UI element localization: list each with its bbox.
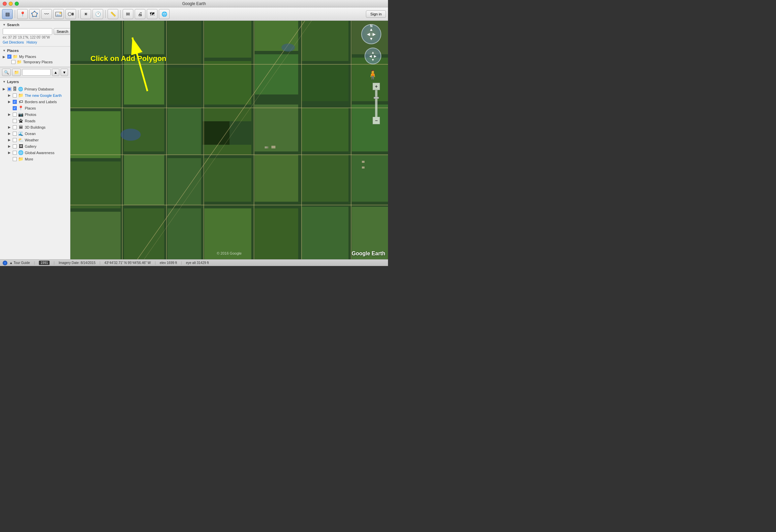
svg-rect-15 [204,21,251,58]
pan-right-icon[interactable]: ▶ [374,54,377,58]
status-sep-2: | [54,261,55,265]
new-ge-expand-icon: ▶ [8,93,11,97]
roads-checkbox[interactable] [13,119,17,123]
roads-layer-item[interactable]: 🛣 Roads [3,118,67,124]
compass-center[interactable]: ⊙ [370,32,373,36]
window-controls[interactable] [3,2,19,6]
google-earth-watermark: Google Earth [352,251,385,257]
sidebar-toggle-button[interactable]: ▤ [2,9,13,19]
weather-layer-item[interactable]: ▶ ⛅ Weather [3,137,67,143]
borders-checkbox[interactable]: ✓ [13,100,17,104]
global-checkbox[interactable] [13,151,17,155]
more-layer-item[interactable]: 📁 More [3,156,67,162]
maximize-button[interactable] [15,2,19,6]
history-link[interactable]: History [26,41,37,44]
search-button[interactable]: Search [54,28,70,35]
pan-control[interactable]: ▲ ◀ ▶ ▼ [365,48,381,64]
new-google-earth-label: The new Google Earth [25,93,62,97]
search-input[interactable] [3,28,52,35]
svg-point-5 [31,13,33,14]
svg-rect-38 [204,158,251,202]
zoom-in-button[interactable]: + [373,83,380,90]
weather-checkbox[interactable] [13,138,17,142]
folder-button[interactable]: 📁 [12,69,21,76]
places-layer-item[interactable]: ✓ 📍 Places [3,105,67,111]
3d-buildings-checkbox[interactable] [13,125,17,129]
gallery-layer-item[interactable]: ▶ 🖼 Gallery [3,143,67,149]
move-up-button[interactable]: ▲ [52,69,59,76]
add-path-button[interactable]: 〰 [41,9,52,19]
places-header[interactable]: ▼ Places [3,49,67,53]
pan-down-icon[interactable]: ▼ [371,58,375,62]
zoom-thumb[interactable] [374,97,379,99]
pan-up-icon[interactable]: ▲ [371,51,375,54]
move-down-button[interactable]: ▼ [61,69,68,76]
record-tour-button[interactable] [65,9,76,19]
photos-layer-item[interactable]: ▶ 📷 Photos [3,111,67,118]
my-places-item[interactable]: ▶ ✓ 📁 My Places [3,54,67,59]
compass-right-arrow[interactable]: ▶ [373,32,376,37]
pan-left-icon[interactable]: ◀ [369,54,372,58]
map-area[interactable]: Click on Add Polygon N ▲ ◀ ⊙ ▶ ▼ ▲ [70,21,388,259]
search-header[interactable]: ▼ Search [3,23,67,27]
new-ge-checkbox[interactable] [13,93,17,97]
add-polygon-button[interactable] [29,9,40,19]
gallery-checkbox[interactable] [13,144,17,148]
get-directions-link[interactable]: Get Directions [3,41,24,44]
close-button[interactable] [3,2,7,6]
ocean-checkbox[interactable] [13,132,17,136]
status-sep-4: | [155,261,156,265]
places-layer-expand-icon [8,106,11,110]
street-view-figure[interactable]: 🧍 [367,69,379,80]
new-google-earth-item[interactable]: ▶ 📁 The new Google Earth [3,92,67,98]
svg-rect-29 [203,121,230,145]
photos-label: Photos [25,113,36,117]
view-google-maps-button[interactable]: 🗺 [147,9,157,19]
3d-buildings-item[interactable]: ▶ 🏛 3D Buildings [3,124,67,130]
more-checkbox[interactable] [13,157,17,161]
temporary-places-item[interactable]: 📁 Temporary Places [3,59,67,65]
toolbar-separator-3 [105,10,106,18]
add-placemark-button[interactable]: 📍 [17,9,28,19]
svg-point-1 [34,11,35,12]
places-search-field[interactable] [22,69,51,76]
borders-labels-item[interactable]: ▶ ✓ 🏷 Borders and Labels [3,98,67,105]
photos-checkbox[interactable] [13,113,17,117]
add-image-overlay-button[interactable] [53,9,64,19]
layers-header[interactable]: ▼ Layers [3,80,67,84]
print-button[interactable]: 🖨 [135,9,145,19]
zoom-out-button[interactable]: − [373,117,380,124]
svg-rect-31 [204,145,251,155]
historical-imagery-button[interactable]: 🕐 [92,9,103,19]
pan-arrows: ▲ ◀ ▶ ▼ [369,51,377,62]
window-title: Google Earth [182,1,206,6]
tour-guide-section[interactable]: ▲ Tour Guide [3,261,30,265]
toolbar-separator-2 [78,10,78,18]
primary-db-expand-icon: ▶ [3,87,6,91]
ocean-layer-item[interactable]: ▶ 🌊 Ocean [3,130,67,137]
compass-down-arrow[interactable]: ▼ [369,37,373,41]
svg-point-3 [36,16,37,17]
search-places-button[interactable]: 🔍 [2,69,11,76]
zoom-slider[interactable] [375,90,378,117]
compass-up-arrow[interactable]: ▲ [369,27,373,32]
global-awareness-item[interactable]: ▶ 🌐 Global Awareness [3,149,67,156]
email-button[interactable]: ✉ [123,9,133,19]
main-layout: ▼ Search Search ex: 37 25' 19.1"N, 122 0… [0,21,388,259]
svg-rect-66 [271,146,275,148]
sun-button[interactable]: ☀ [80,9,91,19]
primary-db-checkbox[interactable] [7,87,11,91]
nav-compass[interactable]: N ▲ ◀ ⊙ ▶ ▼ [361,24,381,44]
minimize-button[interactable] [9,2,13,6]
my-places-checkbox[interactable]: ✓ [7,55,11,59]
ocean-label: Ocean [25,132,36,136]
places-layer-checkbox[interactable]: ✓ [13,106,17,110]
sign-in-button[interactable]: Sign in [366,10,386,18]
layers-label: Layers [7,80,19,84]
compass-left-arrow[interactable]: ◀ [367,32,370,37]
primary-database-item[interactable]: ▶ 🗄 🌐 Primary Database [3,86,67,92]
earth-view-button[interactable]: 🌐 [159,9,170,19]
temporary-places-checkbox[interactable] [11,60,15,64]
svg-rect-14 [168,21,201,64]
ruler-button[interactable]: 📏 [108,9,118,19]
